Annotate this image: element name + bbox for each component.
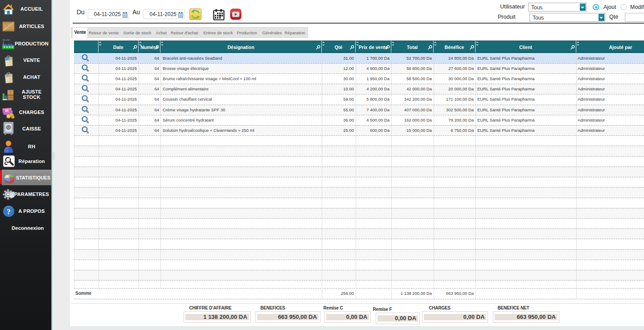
svg-text:?: ? xyxy=(7,208,11,216)
svg-text:Microsoft: Microsoft xyxy=(3,39,10,41)
